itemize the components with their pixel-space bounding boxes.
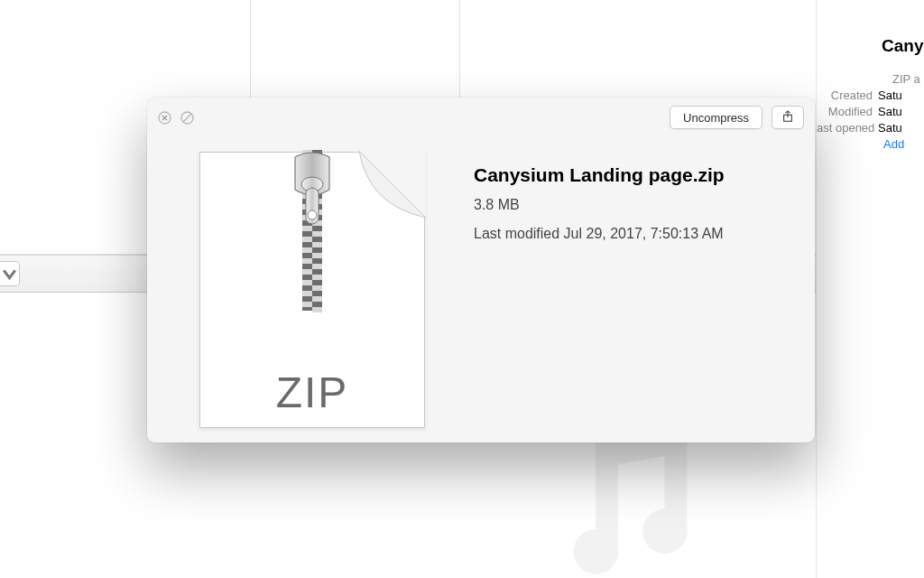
zip-file-icon: ZIP [199,152,425,428]
add-tags-link[interactable]: Add [817,137,924,151]
inspector-opened-label: ast opened [817,121,878,135]
svg-rect-22 [302,237,312,242]
file-name: Canysium Landing page.zip [474,164,725,186]
inspector-created-label: Created [817,89,878,102]
share-button[interactable] [772,106,804,129]
inspector-created-row: Created Satu [817,89,924,102]
inspector-modified-label: Modified [817,105,878,118]
zipper-icon [284,150,340,312]
svg-rect-29 [312,275,322,280]
svg-rect-30 [302,280,312,285]
inspector-title: Canys [817,36,924,56]
inspector-opened-value: Satu [878,121,902,135]
svg-rect-32 [302,291,312,296]
svg-rect-34 [302,302,312,307]
inspector-panel: Canys ZIP a Created Satu Modified Satu a… [816,0,924,578]
disabled-button [180,111,194,125]
inspector-modified-value: Satu [878,105,902,118]
svg-rect-23 [312,242,322,247]
svg-rect-25 [312,253,322,258]
svg-rect-26 [302,258,312,264]
pathbar-dropdown[interactable] [0,261,20,286]
svg-rect-31 [312,285,322,291]
inspector-kind: ZIP a [817,72,924,86]
svg-rect-28 [302,269,312,275]
inspector-created-value: Satu [878,89,902,102]
file-size: 3.8 MB [474,197,725,213]
zip-badge-label: ZIP [199,368,425,417]
inspector-modified-row: Modified Satu [817,105,924,118]
svg-rect-35 [312,307,322,312]
svg-rect-20 [302,226,312,231]
svg-point-38 [308,210,317,219]
panel-header: Uncompress [147,98,815,137]
svg-rect-21 [312,231,322,237]
svg-rect-33 [312,296,322,302]
file-last-modified: Last modified Jul 29, 2017, 7:50:13 AM [474,226,725,242]
uncompress-button[interactable]: Uncompress [670,106,762,129]
quicklook-panel: Uncompress [147,98,815,443]
inspector-opened-row: ast opened Satu [817,121,924,135]
panel-body: ZIP Canysium Landing page.zip 3.8 MB Las… [147,137,815,443]
page-fold-icon [359,151,426,218]
window-controls [158,111,194,125]
svg-rect-24 [302,247,312,253]
file-info: Canysium Landing page.zip 3.8 MB Last mo… [425,152,725,419]
share-icon [781,110,794,126]
close-button[interactable] [158,111,171,125]
svg-rect-27 [312,264,322,269]
